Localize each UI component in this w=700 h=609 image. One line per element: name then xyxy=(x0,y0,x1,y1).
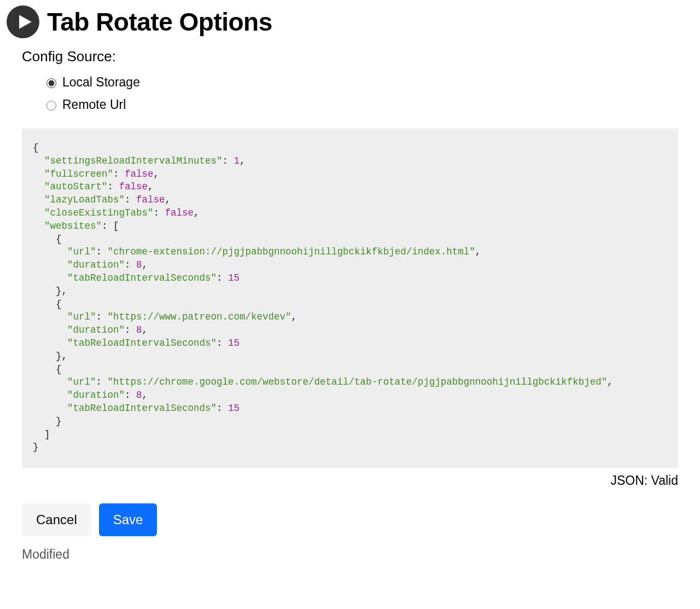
modified-status: Modified xyxy=(22,547,678,562)
radio-remote-url-label: Remote Url xyxy=(62,97,126,112)
radio-remote-url[interactable]: Remote Url xyxy=(44,97,678,112)
config-source-radio-group: Local Storage Remote Url xyxy=(44,75,678,112)
radio-remote-url-input[interactable] xyxy=(46,101,56,111)
config-json-editor[interactable]: { "settingsReloadIntervalMinutes": 1, "f… xyxy=(22,129,678,468)
json-status: JSON: Valid xyxy=(22,473,678,488)
config-source-label: Config Source: xyxy=(22,48,678,65)
save-button[interactable]: Save xyxy=(99,503,158,536)
radio-local-storage[interactable]: Local Storage xyxy=(44,75,678,90)
radio-local-storage-input[interactable] xyxy=(46,78,56,88)
play-icon xyxy=(7,5,39,38)
radio-local-storage-label: Local Storage xyxy=(62,75,140,90)
json-status-value: Valid xyxy=(651,473,678,488)
page-title: Tab Rotate Options xyxy=(47,7,272,37)
cancel-button[interactable]: Cancel xyxy=(22,503,91,536)
json-status-label: JSON: xyxy=(610,473,648,488)
